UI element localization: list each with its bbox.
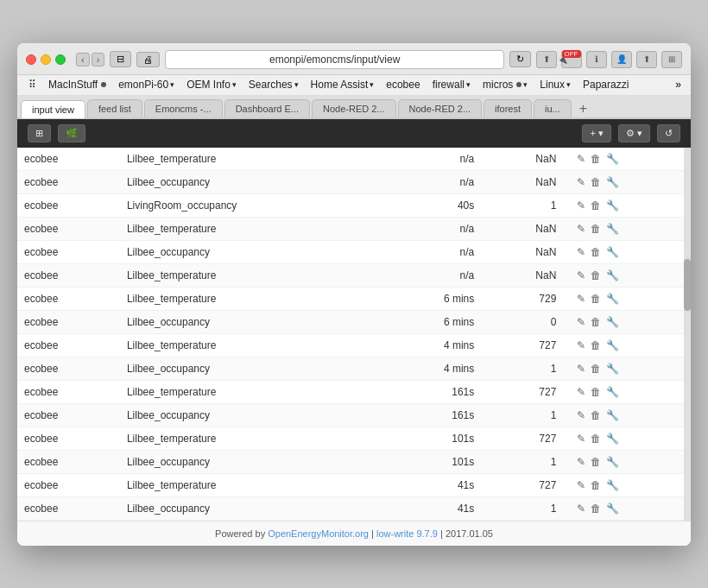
menu-homeassist[interactable]: Home Assist ▾ xyxy=(305,76,381,93)
delete-icon[interactable]: 🗑 xyxy=(591,316,601,328)
cell-interval: 161s xyxy=(386,380,481,403)
delete-icon[interactable]: 🗑 xyxy=(591,293,601,305)
wrench-icon[interactable]: 🔧 xyxy=(606,409,619,421)
inner-toolbar: ⊞ 🌿 + ▾ ⚙ ▾ ↺ xyxy=(17,119,691,148)
delete-icon[interactable]: 🗑 xyxy=(591,456,601,468)
leaf-view-button[interactable]: 🌿 xyxy=(58,124,85,142)
edit-icon[interactable]: ✎ xyxy=(577,246,585,258)
tab-emoncms[interactable]: Emoncms -... xyxy=(144,99,223,117)
delete-icon[interactable]: 🗑 xyxy=(591,479,601,491)
edit-icon[interactable]: ✎ xyxy=(577,316,585,328)
scrollbar-track[interactable] xyxy=(684,148,691,521)
profile-icon[interactable]: 👤 xyxy=(611,51,632,68)
menu-micros[interactable]: micros ▾ xyxy=(477,76,534,93)
edit-icon[interactable]: ✎ xyxy=(577,199,585,212)
delete-icon[interactable]: 🗑 xyxy=(591,269,601,281)
edit-icon[interactable]: ✎ xyxy=(577,269,585,281)
forward-button[interactable]: › xyxy=(92,53,105,66)
wrench-icon[interactable]: 🔧 xyxy=(606,199,619,212)
back-button[interactable]: ‹ xyxy=(76,53,90,66)
edit-icon[interactable]: ✎ xyxy=(577,339,585,351)
print-button[interactable]: 🖨 xyxy=(136,52,160,67)
cell-actions: ✎ 🗑 🔧 xyxy=(570,287,691,310)
delete-icon[interactable]: 🗑 xyxy=(591,223,601,235)
extension-icon[interactable]: 🔌 OFF xyxy=(561,51,582,68)
delete-icon[interactable]: 🗑 xyxy=(591,339,601,351)
add-button[interactable]: + ▾ xyxy=(582,124,610,142)
grid-view-button[interactable]: ⊞ xyxy=(28,124,51,142)
wrench-icon[interactable]: 🔧 xyxy=(606,363,619,375)
delete-icon[interactable]: 🗑 xyxy=(591,199,601,212)
edit-icon[interactable]: ✎ xyxy=(577,293,585,305)
delete-icon[interactable]: 🗑 xyxy=(591,503,601,515)
edit-icon[interactable]: ✎ xyxy=(577,223,585,235)
menu-emonpi[interactable]: emonPi-60 ▾ xyxy=(112,76,180,93)
address-bar[interactable] xyxy=(165,50,504,69)
maximize-button[interactable] xyxy=(55,54,66,65)
edit-icon[interactable]: ✎ xyxy=(577,153,585,165)
tab-node-red-2[interactable]: Node-RED 2... xyxy=(398,99,483,117)
scrollbar-thumb[interactable] xyxy=(684,259,691,311)
delete-icon[interactable]: 🗑 xyxy=(591,176,601,188)
tab-iu[interactable]: iu... xyxy=(534,99,572,117)
wrench-icon[interactable]: 🔧 xyxy=(606,153,619,165)
menu-firewall[interactable]: firewall ▾ xyxy=(427,76,477,93)
reload-button[interactable]: ↻ xyxy=(509,51,531,67)
wrench-icon[interactable]: 🔧 xyxy=(606,339,619,351)
menu-grid-icon[interactable]: ⠿ xyxy=(22,76,42,93)
menu-searches[interactable]: Searches ▾ xyxy=(243,76,305,93)
upload-icon[interactable]: ⬆ xyxy=(536,51,557,68)
wrench-icon[interactable]: 🔧 xyxy=(606,479,619,491)
edit-icon[interactable]: ✎ xyxy=(577,409,585,421)
cell-source: ecobee xyxy=(17,333,120,357)
info-icon[interactable]: ℹ xyxy=(586,51,607,68)
tab-input-view[interactable]: input view xyxy=(21,100,85,118)
wrench-icon[interactable]: 🔧 xyxy=(606,433,619,445)
wrench-icon[interactable]: 🔧 xyxy=(606,269,619,281)
menu-ecobee[interactable]: ecobee xyxy=(380,76,426,93)
delete-icon[interactable]: 🗑 xyxy=(591,246,601,258)
share-icon[interactable]: ⬆ xyxy=(636,51,657,68)
tab-node-red-1[interactable]: Node-RED 2... xyxy=(312,99,396,117)
menu-macinstaff[interactable]: MacInStuff xyxy=(42,76,112,93)
wrench-icon[interactable]: 🔧 xyxy=(606,223,619,235)
menu-more[interactable]: » xyxy=(671,76,686,93)
wrench-icon[interactable]: 🔧 xyxy=(606,503,619,515)
cell-source: ecobee xyxy=(17,170,120,193)
tab-view-button[interactable]: ⊟ xyxy=(110,51,131,67)
tab-feed-list[interactable]: feed list xyxy=(87,99,142,117)
wrench-icon[interactable]: 🔧 xyxy=(606,456,619,468)
wrench-icon[interactable]: 🔧 xyxy=(606,293,619,305)
edit-icon[interactable]: ✎ xyxy=(577,503,585,515)
edit-icon[interactable]: ✎ xyxy=(577,456,585,468)
delete-icon[interactable]: 🗑 xyxy=(591,409,601,421)
delete-icon[interactable]: 🗑 xyxy=(591,153,601,165)
wrench-icon[interactable]: 🔧 xyxy=(606,316,619,328)
footer-link-oem[interactable]: OpenEnergyMonitor.org xyxy=(268,528,369,539)
cell-value: 727 xyxy=(481,427,570,450)
edit-icon[interactable]: ✎ xyxy=(577,176,585,188)
edit-icon[interactable]: ✎ xyxy=(577,433,585,445)
tab-dashboard[interactable]: Dashboard E... xyxy=(224,99,310,117)
menu-linux[interactable]: Linux ▾ xyxy=(534,76,577,93)
close-button[interactable] xyxy=(26,54,36,65)
delete-icon[interactable]: 🗑 xyxy=(591,386,601,398)
footer-sep1: | xyxy=(369,528,376,539)
refresh-button[interactable]: ↺ xyxy=(657,124,680,142)
delete-icon[interactable]: 🗑 xyxy=(591,363,601,375)
menu-paparazzi[interactable]: Paparazzi xyxy=(577,76,635,93)
wrench-icon[interactable]: 🔧 xyxy=(606,246,619,258)
tab-iforest[interactable]: iforest xyxy=(484,99,532,117)
config-button[interactable]: ⚙ ▾ xyxy=(618,124,650,142)
menu-oeminfo[interactable]: OEM Info ▾ xyxy=(180,76,243,93)
delete-icon[interactable]: 🗑 xyxy=(591,433,601,445)
minimize-button[interactable] xyxy=(41,54,51,65)
wrench-icon[interactable]: 🔧 xyxy=(606,176,619,188)
new-tab-icon[interactable]: ⊞ xyxy=(661,51,682,68)
edit-icon[interactable]: ✎ xyxy=(577,363,585,375)
edit-icon[interactable]: ✎ xyxy=(577,386,585,398)
edit-icon[interactable]: ✎ xyxy=(577,479,585,491)
add-tab-button[interactable]: + xyxy=(575,100,591,117)
footer-link-lowwrite[interactable]: low-write 9.7.9 xyxy=(376,528,438,539)
wrench-icon[interactable]: 🔧 xyxy=(606,386,619,398)
